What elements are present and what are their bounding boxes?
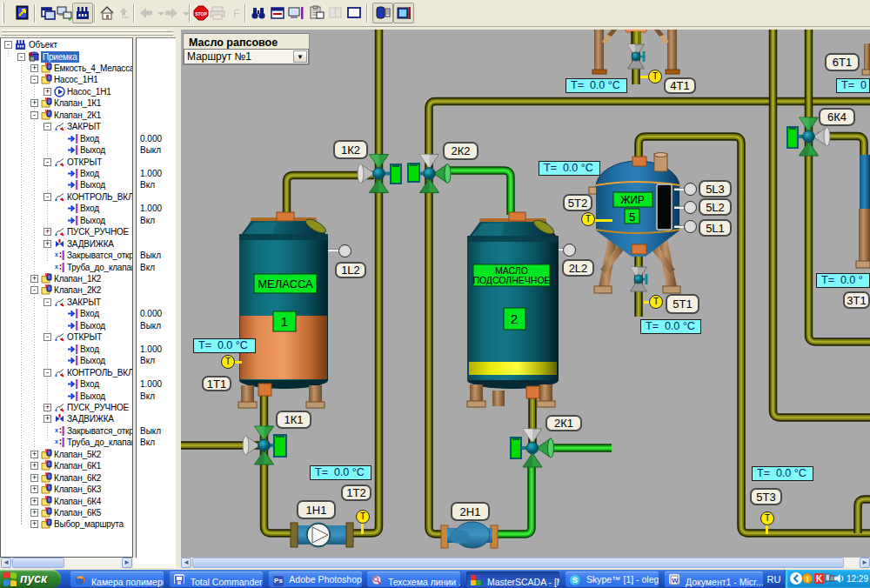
svg-text:x: x [55, 251, 58, 257]
svg-text:M: M [45, 74, 49, 78]
svg-text:M: M [45, 484, 49, 488]
svg-text:5: 5 [629, 210, 635, 224]
svg-text:M: M [45, 97, 49, 102]
svg-text:M: M [45, 507, 49, 511]
svg-text:ПОДСОЛНЕЧНОЕ: ПОДСОЛНЕЧНОЕ [472, 275, 550, 285]
svg-text:M: M [45, 110, 49, 114]
svg-text:W: W [672, 577, 679, 585]
svg-text:K: K [816, 574, 823, 584]
svg-text:M: M [45, 449, 49, 453]
svg-text:M: M [45, 496, 49, 500]
svg-text:ЖИР: ЖИР [620, 194, 645, 206]
svg-text:x: x [55, 264, 58, 270]
svg-text:МЕЛАССА: МЕЛАССА [258, 277, 313, 291]
svg-text:M: M [45, 273, 49, 277]
svg-text:МАСЛО: МАСЛО [495, 265, 528, 276]
svg-text:M: M [45, 472, 49, 477]
svg-text:2: 2 [511, 311, 518, 326]
svg-text:1: 1 [281, 314, 288, 329]
svg-text:M: M [29, 51, 32, 57]
svg-text:M: M [45, 460, 49, 464]
svg-text:!: ! [806, 575, 809, 584]
svg-text:F: F [233, 7, 240, 20]
svg-text:M: M [45, 518, 49, 523]
svg-text:M: M [45, 63, 49, 67]
svg-text:x: x [55, 438, 58, 444]
svg-text:x: x [55, 427, 58, 433]
svg-text:M: M [45, 284, 49, 289]
svg-text:STOP: STOP [195, 11, 207, 17]
